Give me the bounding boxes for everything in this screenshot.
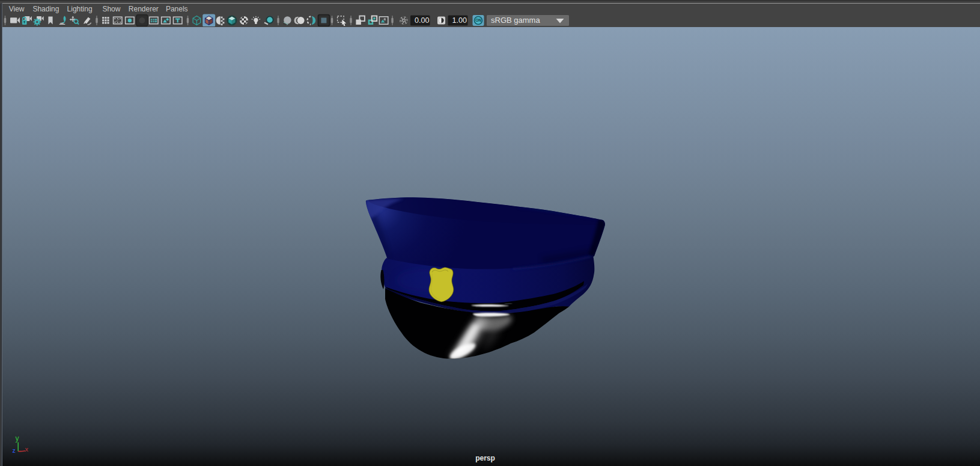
- svg-text:y: y: [16, 434, 19, 443]
- svg-text:x: x: [25, 446, 29, 453]
- svg-text:z: z: [13, 447, 16, 454]
